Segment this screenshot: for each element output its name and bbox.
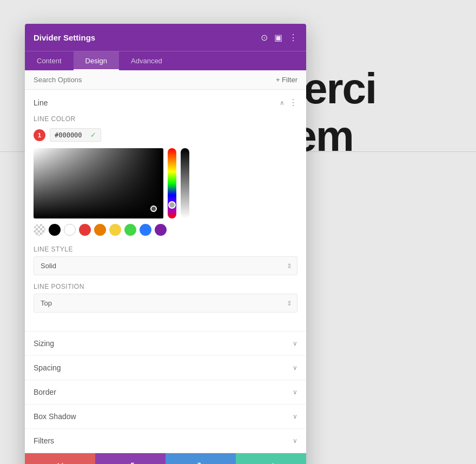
line-position-select-wrap: Top Center Bottom [34,294,298,313]
section-spacing: Spacing ∨ [25,356,306,380]
undo-button[interactable]: ↺ [95,453,166,464]
chevron-down-icon-filters: ∨ [293,437,298,445]
swatch-row [34,224,298,236]
more-icon[interactable]: ⋮ [289,32,298,43]
swatch-transparent[interactable] [34,224,45,236]
field-line-position: Line Position Top Center Bottom [34,283,298,313]
tab-advanced[interactable]: Advanced [119,51,174,70]
filter-button[interactable]: + Filter [276,76,298,84]
swatch-orange[interactable] [94,224,106,236]
hex-input[interactable] [55,131,87,139]
color-label: Line Color [34,115,298,123]
tab-design[interactable]: Design [74,51,119,70]
section-sizing-title: Sizing [34,339,54,348]
chevron-up-icon: ∧ [280,99,285,107]
line-style-label: Line Style [34,246,298,253]
panel-footer: ✕ ↺ ↻ ✓ [25,453,306,464]
section-sizing: Sizing ∨ [25,332,306,356]
hex-input-wrap: ✓ [50,128,101,142]
chevron-down-icon-border: ∨ [293,388,298,396]
section-border-header[interactable]: Border ∨ [25,380,306,404]
section-box-shadow: Box Shadow ∨ [25,405,306,429]
swatch-yellow[interactable] [109,224,121,236]
section-spacing-header[interactable]: Spacing ∨ [25,356,306,380]
swatch-red[interactable] [79,224,91,236]
save-icon: ✓ [267,460,275,464]
color-input-row: 1 ✓ [34,128,298,142]
section-line-icons: ∧ ⋮ [280,97,298,108]
section-spacing-title: Spacing [34,363,61,372]
divider-settings-panel: Divider Settings ⊙ ▣ ⋮ Content Design Ad… [25,24,306,464]
section-box-shadow-title: Box Shadow [34,412,76,421]
section-filters-title: Filters [34,436,54,445]
tab-content[interactable]: Content [25,51,74,70]
swatch-purple[interactable] [155,224,167,236]
panel-header: Divider Settings ⊙ ▣ ⋮ [25,24,306,51]
tabs: Content Design Advanced [25,51,306,70]
section-box-shadow-header[interactable]: Box Shadow ∨ [25,405,306,428]
section-filters: Filters ∨ [25,429,306,453]
field-line-style: Line Style Solid Dashed Dotted [34,246,298,275]
redo-button[interactable]: ↻ [166,453,236,464]
line-style-select-wrap: Solid Dashed Dotted [34,256,298,275]
hue-slider-wrap [168,148,176,218]
section-line-header[interactable]: Line ∧ ⋮ [25,90,306,115]
section-border-title: Border [34,388,56,396]
color-picker-wrap [34,148,298,218]
line-style-select[interactable]: Solid Dashed Dotted [34,256,298,275]
swatch-white[interactable] [64,224,76,236]
hue-cursor [168,201,176,209]
swatch-blue[interactable] [140,224,151,236]
cancel-icon: ✕ [56,460,64,464]
gradient-cursor[interactable] [150,206,157,212]
focus-icon[interactable]: ⊙ [261,32,268,43]
chevron-down-icon-shadow: ∨ [293,413,298,420]
panel-title: Divider Settings [34,33,95,42]
search-input[interactable] [34,76,276,84]
panel-content: Line ∧ ⋮ Line Color 1 ✓ [25,90,306,453]
columns-icon[interactable]: ▣ [274,32,282,43]
line-position-label: Line Position [34,283,298,290]
section-line-title: Line [34,98,48,107]
section-filters-header[interactable]: Filters ∨ [25,429,306,453]
swatch-green[interactable] [124,224,136,236]
section-border: Border ∨ [25,380,306,405]
section-sizing-header[interactable]: Sizing ∨ [25,332,306,355]
save-button[interactable]: ✓ [236,453,306,464]
search-bar: + Filter [25,70,306,90]
filter-label: + Filter [276,76,298,84]
hex-confirm-icon[interactable]: ✓ [90,131,96,139]
cancel-button[interactable]: ✕ [25,453,95,464]
chevron-down-icon-spacing: ∨ [293,364,298,372]
panel-header-icons: ⊙ ▣ ⋮ [261,32,298,43]
section-line-body: Line Color 1 ✓ [25,115,306,331]
alpha-slider[interactable] [181,148,189,218]
hue-slider[interactable] [168,148,176,218]
step-badge: 1 [34,129,45,141]
color-gradient[interactable] [34,148,163,218]
alpha-slider-wrap [181,148,189,218]
swatch-black[interactable] [49,224,61,236]
line-position-select[interactable]: Top Center Bottom [34,294,298,313]
undo-icon: ↺ [127,460,135,464]
section-line: Line ∧ ⋮ Line Color 1 ✓ [25,90,306,332]
redo-icon: ↻ [197,460,205,464]
section-dots-icon[interactable]: ⋮ [289,97,298,108]
chevron-down-icon-sizing: ∨ [293,340,298,347]
